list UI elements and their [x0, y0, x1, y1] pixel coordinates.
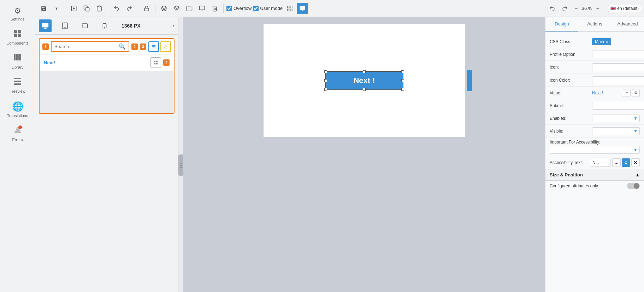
acc-btn-1[interactable]: ≡: [612, 158, 621, 167]
icon-row: Icon: 🔍: [545, 61, 644, 74]
expand-button[interactable]: ›: [173, 23, 175, 29]
canvas-area: Next !: [183, 17, 545, 292]
visible-label: Visible:: [550, 129, 592, 134]
svg-rect-18: [287, 9, 289, 11]
next-item-content: [40, 71, 174, 113]
accessibility-text-select[interactable]: N...: [590, 159, 611, 167]
folder-button[interactable]: [184, 3, 195, 14]
selected-button-container: Next !: [325, 71, 403, 90]
value-list-button[interactable]: ≡: [623, 89, 631, 97]
list-button[interactable]: [148, 41, 159, 52]
submit-input[interactable]: [592, 102, 644, 110]
sidebar-item-library[interactable]: Library: [2, 49, 34, 73]
screen-button[interactable]: [196, 3, 208, 14]
warning-button[interactable]: ⚠: [160, 41, 171, 52]
undo-right-button[interactable]: [546, 3, 558, 14]
acc-btn-3[interactable]: [631, 158, 640, 167]
accessibility-text-label: Accessibility Text:: [550, 160, 589, 165]
enabled-select[interactable]: True False: [592, 115, 640, 122]
size-position-section[interactable]: Size & Position ▲: [545, 169, 644, 181]
svg-rect-19: [290, 9, 292, 11]
dropdown-button[interactable]: ▼: [51, 3, 62, 14]
overflow-checkbox[interactable]: [226, 6, 232, 11]
svg-rect-17: [290, 6, 292, 8]
translations-icon: 🌐: [12, 101, 23, 112]
desktop-device-button[interactable]: [39, 19, 52, 32]
canvas-right-resize[interactable]: [467, 70, 472, 91]
user-mode-checkbox[interactable]: [253, 6, 259, 11]
overflow-checkbox-item: Overflow: [226, 6, 252, 11]
value-settings-button[interactable]: ⚙: [632, 89, 640, 97]
svg-rect-6: [18, 54, 21, 60]
redo-right-button[interactable]: [559, 3, 571, 14]
enabled-select-wrapper: True False ▼: [592, 115, 640, 122]
separator-4: [155, 4, 155, 13]
css-class-tag: Main ×: [592, 38, 611, 45]
svg-rect-15: [200, 6, 205, 10]
redo-button[interactable]: [124, 3, 135, 14]
right-panel-content: CSS Class: Main × Profile Option: Ico: [545, 32, 644, 292]
layers-button[interactable]: [158, 3, 170, 14]
profile-option-input[interactable]: [592, 51, 644, 58]
enabled-label: Enabled:: [550, 116, 592, 121]
desktop-view-button[interactable]: [297, 3, 308, 14]
badge-1: 1: [42, 43, 49, 50]
content-area: 1366 PX › 1 🔍 2 3: [35, 17, 644, 292]
sidebar-item-treeview[interactable]: Treeview: [2, 74, 34, 97]
zoom-in-button[interactable]: +: [593, 4, 602, 13]
css-class-close[interactable]: ×: [605, 39, 608, 45]
accessibility-text-select-wrapper: N...: [590, 159, 611, 167]
grid-button[interactable]: [171, 3, 182, 14]
svg-point-23: [65, 27, 65, 28]
svg-rect-5: [16, 54, 18, 60]
canvas-page: Next !: [264, 24, 465, 137]
accessibility-important-select[interactable]: Yes No: [550, 146, 640, 154]
configured-attrs-label: Configured attributes only: [550, 183, 598, 188]
acc-btn-2[interactable]: ⚙: [622, 158, 630, 167]
language-selector[interactable]: 🇬🇧 en (default): [608, 5, 641, 12]
next-canvas-button[interactable]: Next !: [325, 71, 403, 90]
value-label: Value:: [550, 90, 592, 95]
grid-view-button[interactable]: [284, 3, 295, 14]
next-item-action-btn[interactable]: [150, 57, 161, 68]
configured-attrs-toggle[interactable]: [627, 183, 640, 189]
icon-input[interactable]: [592, 63, 644, 71]
user-mode-label[interactable]: User mode: [260, 6, 283, 11]
overflow-label[interactable]: Overflow: [234, 6, 252, 11]
svg-rect-3: [18, 34, 21, 37]
css-class-value-area: Main ×: [592, 38, 640, 45]
sidebar-item-translations[interactable]: 🌐 Translations: [2, 98, 34, 121]
sidebar-item-errors[interactable]: Errors: [2, 122, 34, 145]
mobile-device-button[interactable]: [98, 19, 111, 32]
right-panel-tabs: Design Actions Advanced: [545, 17, 644, 32]
sidebar-item-settings[interactable]: ⚙ Settings: [2, 3, 34, 25]
icon-color-row: Icon Color:: [545, 74, 644, 87]
value-area: Next ! ≡ ⚙: [592, 89, 640, 97]
sidebar-item-components[interactable]: Components: [2, 25, 34, 49]
delete-button[interactable]: [209, 3, 220, 14]
tab-design[interactable]: Design: [545, 17, 578, 31]
visible-select[interactable]: True False: [592, 127, 640, 135]
tab-actions[interactable]: Actions: [578, 17, 611, 31]
undo-button[interactable]: [111, 3, 122, 14]
zoom-out-button[interactable]: −: [572, 4, 580, 13]
tab-advanced[interactable]: Advanced: [611, 17, 644, 31]
icon-color-input[interactable]: [592, 76, 644, 84]
separator-2: [108, 4, 108, 13]
svg-rect-14: [144, 8, 149, 11]
search-button[interactable]: 🔍: [119, 43, 126, 50]
right-panel: Design Actions Advanced CSS Class: Main: [545, 17, 644, 292]
paste-button[interactable]: [94, 3, 105, 14]
svg-rect-21: [42, 23, 48, 27]
copy-button[interactable]: [81, 3, 92, 14]
svg-point-25: [82, 25, 83, 26]
tablet-device-button[interactable]: [59, 19, 71, 32]
separator-1: [65, 4, 65, 13]
landscape-device-button[interactable]: [78, 19, 91, 32]
search-input[interactable]: [54, 44, 119, 49]
drag-handle[interactable]: [178, 154, 183, 176]
new-page-button[interactable]: [68, 3, 79, 14]
lock-button[interactable]: [141, 3, 152, 14]
save-button[interactable]: [38, 3, 49, 14]
separator-3: [138, 4, 138, 13]
